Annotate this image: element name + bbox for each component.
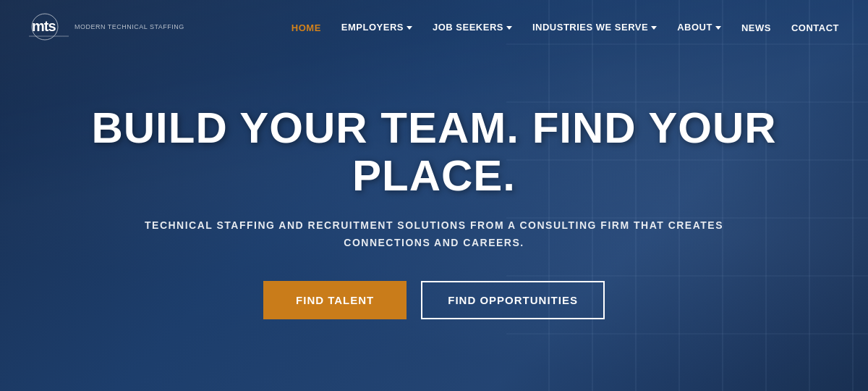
nav-item-news[interactable]: NEWS xyxy=(741,21,771,34)
hero-subtitle: TECHNICAL STAFFING AND RECRUITMENT SOLUT… xyxy=(145,217,723,252)
logo[interactable]: mts Modern Technical Staffing xyxy=(29,11,184,43)
nav-link-employers[interactable]: EMPLOYERS xyxy=(341,22,412,33)
chevron-down-icon xyxy=(651,26,657,30)
logo-tagline: Modern Technical Staffing xyxy=(75,23,184,32)
hero-section: mts Modern Technical Staffing HOME EMPLO… xyxy=(0,0,868,391)
hero-content: BUILD YOUR TEAM. FIND YOUR PLACE. TECHNI… xyxy=(0,54,868,391)
svg-text:mts: mts xyxy=(32,18,56,34)
nav-item-job-seekers[interactable]: JOB SEEKERS xyxy=(433,22,512,33)
nav-item-industries[interactable]: INDUSTRIES WE SERVE xyxy=(532,22,657,33)
navbar: mts Modern Technical Staffing HOME EMPLO… xyxy=(0,0,868,54)
hero-title: BUILD YOUR TEAM. FIND YOUR PLACE. xyxy=(58,104,810,200)
nav-link-home[interactable]: HOME xyxy=(292,22,321,33)
nav-menu: HOME EMPLOYERS JOB SEEKERS INDUSTRIES WE… xyxy=(292,21,839,34)
nav-item-home[interactable]: HOME xyxy=(292,21,321,34)
find-talent-button[interactable]: FIND TALENT xyxy=(263,281,407,319)
chevron-down-icon xyxy=(715,26,721,30)
nav-item-contact[interactable]: CONTACT xyxy=(791,21,839,34)
nav-link-job-seekers[interactable]: JOB SEEKERS xyxy=(433,22,512,33)
logo-icon: mts xyxy=(29,11,69,43)
find-opportunities-button[interactable]: FIND OPPORTUNITIES xyxy=(421,281,605,319)
hero-buttons: FIND TALENT FIND OPPORTUNITIES xyxy=(263,281,605,319)
nav-link-news[interactable]: NEWS xyxy=(741,22,771,33)
nav-link-about[interactable]: ABOUT xyxy=(677,22,721,33)
nav-item-about[interactable]: ABOUT xyxy=(677,22,721,33)
nav-item-employers[interactable]: EMPLOYERS xyxy=(341,22,412,33)
nav-link-industries[interactable]: INDUSTRIES WE SERVE xyxy=(532,22,657,33)
chevron-down-icon xyxy=(407,26,412,30)
chevron-down-icon xyxy=(506,26,512,30)
nav-link-contact[interactable]: CONTACT xyxy=(791,22,839,33)
